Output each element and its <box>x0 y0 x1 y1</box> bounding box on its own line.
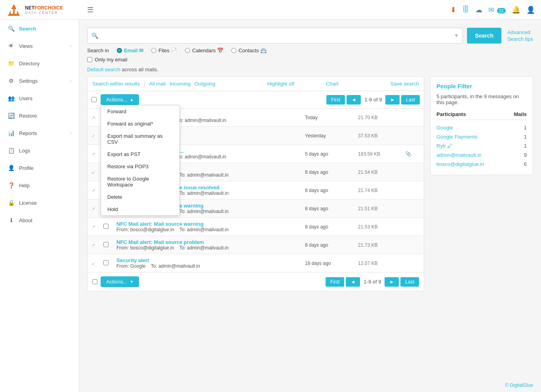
users-icon: 👥 <box>7 94 15 102</box>
sidebar: 🔍 Search 👁 Views › 📁 Directory ⚙ Setting… <box>0 20 79 392</box>
next-btn-bottom[interactable]: ► <box>385 277 399 287</box>
sidebar-item-reports[interactable]: 📊 Reports › <box>0 124 79 142</box>
email-radio-label[interactable]: Email ✉ <box>117 48 143 53</box>
next-btn-top[interactable]: ► <box>385 95 400 105</box>
mail-size: 21.53 KB <box>354 218 401 236</box>
incoming-link[interactable]: Incoming <box>170 81 190 87</box>
default-search-link[interactable]: Default search <box>87 67 120 72</box>
search-input[interactable] <box>101 32 454 39</box>
files-radio-label[interactable]: Files 📄 <box>151 48 177 53</box>
mail-subject-link[interactable]: NFC Mail alert: Mail source problem <box>116 239 204 245</box>
mail-date: 8 days ago <box>301 163 354 181</box>
sidebar-item-users[interactable]: 👥 Users <box>0 89 79 107</box>
separator: | <box>144 81 145 87</box>
sidebar-item-restore[interactable]: 🔄 Restore <box>0 107 79 124</box>
all-mail-link[interactable]: All mail <box>149 81 166 87</box>
svg-rect-2 <box>15 9 17 14</box>
sidebar-item-help[interactable]: ❓ Help <box>0 177 79 194</box>
mail-date: 8 days ago <box>301 200 354 218</box>
participant-name-link[interactable]: Rytr 🖊 <box>436 143 452 149</box>
last-btn-bottom[interactable]: Last <box>400 277 419 287</box>
actions-dropdown-bottom: Actions... ▼ <box>101 276 139 287</box>
calendars-radio-label[interactable]: Calendars 📅 <box>185 48 223 53</box>
highlight-off-link[interactable]: Highlight off <box>267 81 294 87</box>
topbar-right: ⬇ 🗄 ☁ ✉ 21 🔔 👤 <box>450 6 535 14</box>
action-delete[interactable]: Delete <box>101 191 179 203</box>
sidebar-item-about[interactable]: ℹ About <box>0 211 79 229</box>
mail-subject-link[interactable]: Security alert <box>116 257 149 263</box>
sidebar-item-label: Directory <box>19 61 72 67</box>
email-radio[interactable] <box>117 48 122 53</box>
database-icon[interactable]: 🗄 <box>462 6 469 14</box>
prev-btn-bottom[interactable]: ◄ <box>346 277 360 287</box>
hamburger-icon[interactable]: ☰ <box>87 6 93 14</box>
sidebar-item-label: Views <box>19 43 70 49</box>
sidebar-item-label: Logs <box>19 148 72 154</box>
calendars-radio[interactable] <box>185 48 190 53</box>
direction-icon: ↙ <box>91 261 95 266</box>
sidebar-item-search[interactable]: 🔍 Search <box>0 20 79 37</box>
advanced-link[interactable]: Advanced <box>507 29 530 35</box>
actions-button-bottom[interactable]: Actions... ▼ <box>101 276 139 287</box>
results-toolbar-top: Search within results | All mail Incomin… <box>88 77 424 91</box>
participant-name-link[interactable]: Google Payments <box>436 134 477 140</box>
action-forward[interactable]: Forward <box>101 105 179 118</box>
search-button[interactable]: Search <box>467 28 501 44</box>
row-checkbox[interactable] <box>103 242 109 247</box>
download-icon[interactable]: ⬇ <box>450 6 456 14</box>
logo: NETFORCHOICE DATA CENTER <box>6 2 83 18</box>
actions-dropdown-menu-top: Forward Forward as original* Export mail… <box>101 105 180 216</box>
action-hold[interactable]: Hold <box>101 203 179 215</box>
search-dropdown-arrow[interactable]: ▼ <box>454 33 459 38</box>
participant-name-link[interactable]: admin@mailvault.in <box>436 152 482 158</box>
sidebar-item-logs[interactable]: 📋 Logs <box>0 142 79 159</box>
sidebar-item-directory[interactable]: 📁 Directory <box>0 55 79 72</box>
participant-name-link[interactable]: Google <box>436 125 453 131</box>
only-my-email-checkbox[interactable] <box>87 57 92 62</box>
participant-name-link[interactable]: bosco@digitalglue.in <box>436 161 484 167</box>
search-in-label: Search in <box>87 48 109 53</box>
table-row: ↗ NFC Mail alert: Mail source problem Fr… <box>88 236 424 254</box>
sidebar-item-license[interactable]: 🔒 License <box>0 194 79 211</box>
prev-btn-top[interactable]: ◄ <box>347 95 361 105</box>
bottom-toolbar: Actions... ▼ First ◄ 1-9 of 9 ► Last <box>88 272 424 291</box>
action-restore-pop3[interactable]: Restore via POP3 <box>101 160 179 173</box>
bell-icon[interactable]: 🔔 <box>512 6 520 14</box>
row-check <box>99 218 112 236</box>
mail-icon[interactable]: ✉ 21 <box>488 6 506 14</box>
participant-row: Google 1 <box>436 123 527 132</box>
select-all-checkbox-top[interactable] <box>91 97 97 102</box>
files-radio[interactable] <box>151 48 156 53</box>
search-within-results-link[interactable]: Search within results <box>92 81 140 87</box>
contacts-radio-label[interactable]: Contacts 📇 <box>231 48 267 53</box>
cloud-icon[interactable]: ☁ <box>475 6 482 14</box>
outgoing-link[interactable]: Outgoing <box>194 81 215 87</box>
chart-link[interactable]: Chart <box>326 81 339 87</box>
last-btn-top[interactable]: Last <box>401 95 420 105</box>
actions-button-top[interactable]: Actions... ▲ <box>101 94 139 105</box>
action-restore-google[interactable]: Restore to Google Workspace <box>101 173 179 191</box>
calendars-label: Calendars 📅 <box>192 48 223 53</box>
sidebar-item-profile[interactable]: 👤 Profile <box>0 159 79 177</box>
mail-from-to: From: bosco@digitalglue.in To: admin@mai… <box>116 245 297 251</box>
row-checkbox[interactable] <box>103 224 109 229</box>
row-checkbox[interactable] <box>103 260 109 265</box>
contacts-radio[interactable] <box>231 48 236 53</box>
sidebar-item-label: Help <box>19 183 72 188</box>
logo-icon <box>6 2 22 18</box>
save-search-link[interactable]: Save search <box>391 81 419 87</box>
sidebar-item-views[interactable]: 👁 Views › <box>0 37 79 55</box>
select-all-checkbox-bottom[interactable] <box>92 279 97 284</box>
mail-attach <box>401 127 424 145</box>
direction-icon: ↗ <box>91 188 95 193</box>
mail-subject-link[interactable]: NFC Mail alert: Mail source warning <box>116 221 204 227</box>
first-btn-top[interactable]: First <box>326 95 345 105</box>
user-icon[interactable]: 👤 <box>526 6 535 14</box>
row-checkbox-cell: ↙ <box>88 254 99 272</box>
search-tips-link[interactable]: Search tips <box>507 36 533 42</box>
action-forward-original[interactable]: Forward as original* <box>101 118 179 130</box>
action-export-pst[interactable]: Export as PST <box>101 148 179 160</box>
first-btn-bottom[interactable]: First <box>326 277 344 287</box>
sidebar-item-settings[interactable]: ⚙ Settings › <box>0 72 79 89</box>
action-export-csv[interactable]: Export mail summary as CSV <box>101 130 179 148</box>
